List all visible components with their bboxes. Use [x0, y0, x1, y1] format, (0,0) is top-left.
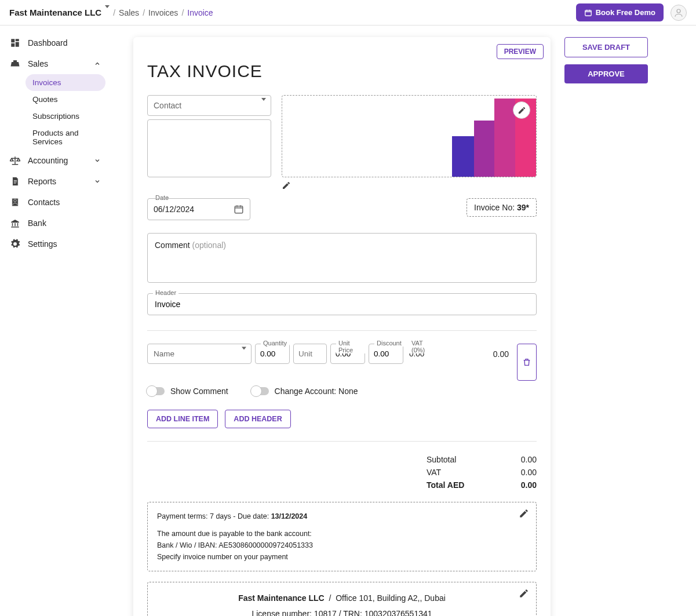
sidebar-label-sales: Sales	[28, 59, 48, 68]
edit-icon[interactable]	[519, 508, 529, 519]
total-label: Total AED	[427, 480, 479, 490]
change-account-label: Change Account: None	[275, 387, 358, 396]
logo-edit-button[interactable]	[513, 101, 530, 119]
vat-total-label: VAT	[427, 468, 479, 477]
sidebar-item-settings[interactable]: Settings	[5, 234, 105, 254]
bank-icon	[9, 217, 21, 229]
sidebar-item-bank[interactable]: Bank	[5, 213, 105, 234]
payment-terms-box[interactable]: Payment terms: 7 days - Due date: 13/12/…	[147, 502, 537, 571]
totals-section: Subtotal0.00 VAT0.00 Total AED0.00	[147, 441, 537, 491]
invoice-no-value: 39*	[517, 203, 529, 212]
invoice-no-label: Invoice No:	[474, 203, 517, 212]
switch-icon[interactable]	[252, 387, 269, 395]
svg-rect-9	[494, 99, 515, 177]
crumb-sales[interactable]: Sales	[119, 8, 139, 17]
preview-button[interactable]: PREVIEW	[497, 44, 544, 59]
contact-select[interactable]: Contact	[147, 95, 271, 116]
calendar-icon[interactable]	[234, 204, 244, 214]
terms-due-date: 13/12/2024	[271, 512, 308, 520]
sidebar: Dashboard Sales Invoices Quotes Subscrip…	[0, 25, 110, 616]
discount-input[interactable]	[369, 344, 403, 364]
caret-down-icon	[242, 349, 246, 358]
subtotal-label: Subtotal	[427, 455, 479, 464]
line-item-row: Name Quantity Unit Price Discount	[147, 344, 537, 381]
qty-label: Quantity	[261, 340, 289, 347]
qty-input[interactable]	[255, 344, 290, 364]
header-field[interactable]: Header	[147, 293, 537, 315]
add-line-item-button[interactable]: ADD LINE ITEM	[147, 410, 218, 428]
comment-label: Comment	[155, 240, 192, 250]
svg-rect-2	[11, 39, 14, 42]
edit-icon[interactable]	[519, 588, 529, 599]
sidebar-item-invoices[interactable]: Invoices	[25, 74, 105, 91]
address-box[interactable]	[147, 119, 271, 177]
delete-line-button[interactable]	[517, 344, 537, 381]
sidebar-item-products[interactable]: Products and Services	[25, 125, 105, 150]
sidebar-item-quotes[interactable]: Quotes	[25, 91, 105, 108]
gear-icon	[9, 238, 21, 250]
change-account-toggle[interactable]: Change Account: None	[252, 387, 358, 396]
scale-icon	[9, 155, 21, 166]
logo-edit-below[interactable]	[282, 181, 537, 190]
dashboard-icon	[9, 37, 21, 49]
unitprice-label: Unit Price	[336, 340, 365, 353]
header-input[interactable]	[147, 293, 537, 315]
company-footer-box[interactable]: Fast Maintenance LLC / Office 101, Build…	[147, 582, 537, 616]
date-field[interactable]: Date 06/12/2024	[147, 198, 250, 220]
total-value: 0.00	[508, 480, 537, 490]
sidebar-item-subscriptions[interactable]: Subscriptions	[25, 108, 105, 125]
company-name: Fast Maintenance LLC	[9, 8, 101, 17]
sidebar-item-sales[interactable]: Sales	[5, 53, 105, 74]
switch-icon[interactable]	[147, 387, 165, 395]
unit-input[interactable]	[293, 344, 327, 364]
line-total: 0.00	[439, 344, 513, 359]
book-demo-button[interactable]: Book Free Demo	[576, 3, 664, 21]
contact-placeholder: Contact	[154, 101, 181, 110]
footer-license: License number: 10817 / TRN: 10032037655…	[157, 606, 527, 616]
sidebar-label-contacts: Contacts	[28, 198, 60, 207]
sidebar-label-bank: Bank	[28, 218, 46, 228]
svg-rect-5	[11, 43, 14, 47]
logo-upload-box[interactable]	[282, 95, 537, 177]
svg-rect-4	[16, 42, 19, 47]
sidebar-item-dashboard[interactable]: Dashboard	[5, 32, 105, 53]
save-draft-button[interactable]: SAVE DRAFT	[564, 37, 648, 57]
footer-address: Office 101, Building A2,, Dubai	[336, 593, 446, 603]
sidebar-label-accounting: Accounting	[28, 156, 68, 165]
comment-optional: (optional)	[192, 240, 226, 250]
svg-point-1	[677, 9, 680, 13]
sidebar-label-dashboard: Dashboard	[28, 38, 68, 48]
sidebar-item-accounting[interactable]: Accounting	[5, 150, 105, 171]
crumb-invoices[interactable]: Invoices	[148, 8, 178, 17]
discount-label: Discount	[374, 340, 404, 347]
terms-line2: The amount due is payable to the bank ac…	[157, 528, 527, 540]
divider	[147, 330, 537, 331]
side-actions: SAVE DRAFT APPROVE	[564, 37, 648, 83]
terms-line3: Bank / Wio / IBAN: AE5308600000097240513…	[157, 540, 527, 551]
invoice-card: PREVIEW TAX INVOICE Contact	[133, 37, 551, 616]
chevron-down-icon	[94, 157, 101, 164]
calendar-icon	[584, 9, 592, 17]
breadcrumb: / Sales / Invoices / Invoice	[113, 8, 213, 17]
line-name-select[interactable]: Name	[147, 344, 252, 364]
book-demo-label: Book Free Demo	[596, 8, 655, 17]
add-header-button[interactable]: ADD HEADER	[225, 410, 290, 428]
sidebar-item-contacts[interactable]: Contacts	[5, 192, 105, 213]
header-label: Header	[153, 289, 178, 296]
avatar[interactable]	[671, 5, 687, 21]
footer-company: Fast Maintenance LLC	[238, 593, 325, 603]
date-value: 06/12/2024	[154, 205, 194, 214]
approve-button[interactable]: APPROVE	[564, 64, 648, 83]
svg-rect-10	[235, 206, 243, 213]
invoice-number-box[interactable]: Invoice No: 39*	[467, 198, 537, 217]
show-comment-toggle[interactable]: Show Comment	[147, 387, 228, 396]
subtotal-value: 0.00	[508, 455, 537, 464]
terms-line4: Specify invoice number on your payment	[157, 551, 527, 563]
crumb-current: Invoice	[187, 8, 213, 17]
sidebar-item-reports[interactable]: Reports	[5, 171, 105, 192]
company-dropdown-icon[interactable]	[105, 8, 110, 17]
chevron-up-icon	[94, 60, 101, 67]
comment-field[interactable]: Comment (optional)	[147, 233, 537, 283]
vat-label: VAT (0%)	[409, 340, 436, 353]
chevron-down-icon	[94, 178, 101, 185]
